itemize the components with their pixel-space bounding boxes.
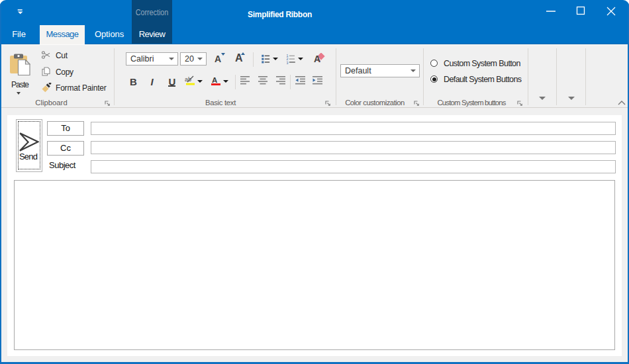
svg-text:3: 3 — [287, 61, 289, 64]
